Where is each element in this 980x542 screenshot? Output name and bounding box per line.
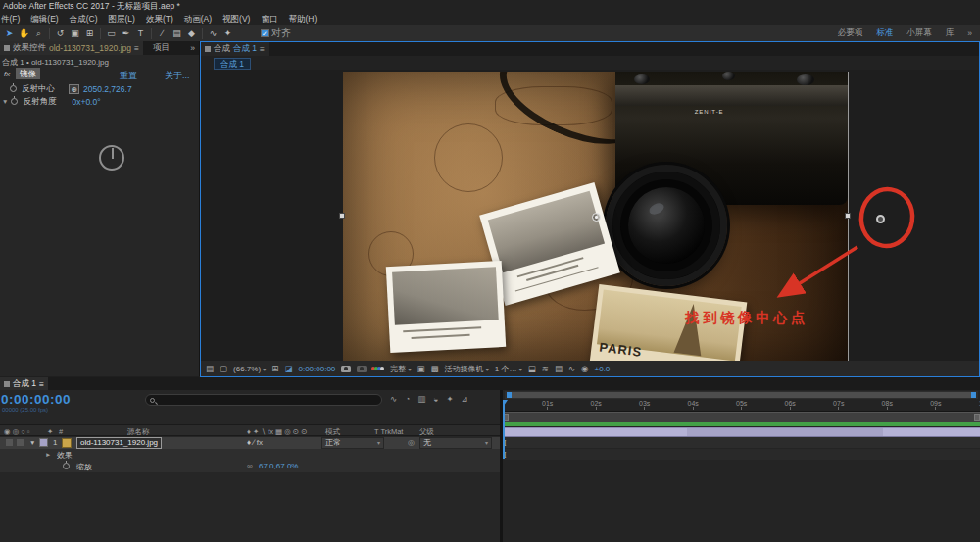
channels-icon[interactable] (372, 367, 384, 371)
active-camera-select[interactable]: 活动摄像机 ▾ (445, 364, 489, 374)
workspace-standard[interactable]: 标准 (876, 27, 893, 39)
mini-flowchart-button[interactable]: 合成 1 (214, 58, 251, 70)
menu-window[interactable]: 窗口 (261, 14, 277, 25)
workspace-essentials[interactable]: 必要项 (838, 27, 863, 39)
motion-blur-icon[interactable]: ◒ (433, 394, 438, 404)
scrollbar-thumb[interactable] (507, 392, 976, 398)
workspace-overflow-icon[interactable]: » (967, 28, 972, 38)
trkmat-column-header[interactable]: T TrkMat (374, 427, 403, 436)
clone-stamp-tool-icon[interactable]: ▤ (170, 26, 184, 40)
menu-composition[interactable]: 合成(C) (70, 14, 98, 25)
main-monitor-icon[interactable]: ▢ (220, 364, 227, 373)
pixel-aspect-icon[interactable]: ⬓ (528, 364, 536, 373)
audio-toggle[interactable] (17, 439, 24, 446)
resolution-select[interactable]: 完整 ▾ (390, 364, 411, 374)
brainstorm-icon[interactable]: ✦ (446, 394, 453, 404)
composition-viewer[interactable]: ZENIT-E (201, 70, 979, 361)
time-ruler[interactable]: 01s 02s 03s 04s 05s 06s 07s 08s 09s 10s (503, 400, 980, 412)
menu-view[interactable]: 视图(V) (222, 14, 250, 25)
rotate-tool-icon[interactable]: ↺ (53, 26, 68, 40)
fast-previews-icon[interactable]: ≋ (542, 364, 549, 373)
panel-menu-icon[interactable]: ≡ (39, 379, 44, 389)
shape-tool-icon[interactable]: ▭ (104, 26, 119, 40)
pan-behind-tool-icon[interactable]: ⊞ (82, 26, 97, 40)
mini-flowchart-icon[interactable]: ∿ (390, 394, 397, 404)
mask-visibility-icon[interactable]: ◪ (284, 364, 292, 373)
layer-color-swatch[interactable] (39, 438, 48, 447)
playhead-line[interactable] (503, 400, 505, 459)
layer-duration-bar[interactable] (503, 427, 980, 437)
effect-reset-button[interactable]: 重置 (120, 70, 137, 82)
work-area-end-handle[interactable] (974, 414, 980, 421)
grid-guides-icon[interactable]: ⊞ (271, 364, 278, 373)
menu-effect[interactable]: 效果(T) (146, 14, 173, 25)
reflection-angle-value[interactable]: 0x+0.0° (72, 97, 100, 107)
scale-value[interactable]: 67.0,67.0% (259, 462, 298, 470)
zoom-tool-icon[interactable]: ⌕ (31, 26, 46, 40)
camera-tool-icon[interactable]: ▣ (68, 26, 82, 40)
current-timecode[interactable]: 0:00:00:00 (1, 392, 71, 407)
timeline-button-icon[interactable]: ▤ (555, 364, 563, 373)
blend-mode-select[interactable]: 正常 ▾ (321, 437, 384, 449)
effect-controls-tab[interactable]: 效果控件 old-1130731_1920.jpg ≡ (0, 41, 143, 55)
effect-name[interactable]: 镜像 (16, 68, 40, 79)
preview-timecode[interactable]: 0:00:00:00 (298, 365, 335, 373)
menu-help[interactable]: 帮助(H) (288, 14, 317, 25)
panel-menu-icon[interactable]: ≡ (134, 43, 139, 53)
timeline-search[interactable] (145, 394, 382, 406)
pen-tool-icon[interactable]: ✒ (119, 26, 133, 40)
exposure-value[interactable]: +0.0 (595, 365, 611, 373)
shy-icon[interactable]: ◔ (405, 394, 410, 404)
collapsed-triangle-icon[interactable]: ► (45, 451, 51, 458)
snap-checkbox[interactable]: ✓ (261, 29, 269, 37)
roto-brush-tool-icon[interactable]: ∿ (206, 26, 220, 40)
parent-select[interactable]: 无 ▾ (419, 437, 492, 449)
search-input[interactable] (158, 396, 354, 405)
exposure-icon[interactable]: ◉ (581, 364, 588, 373)
tab-overflow-icon[interactable]: » (190, 43, 195, 53)
frame-blend-icon[interactable]: ▥ (417, 394, 425, 404)
layer-name[interactable]: old-1130731_1920.jpg (76, 437, 162, 449)
timeline-track-area[interactable]: 01s 02s 03s 04s 05s 06s 07s 08s 09s 10s (503, 390, 980, 542)
effects-group-row[interactable]: ► 效果 (0, 449, 500, 461)
workspace-small-screen[interactable]: 小屏幕 (906, 27, 932, 39)
work-area-bar[interactable] (503, 412, 980, 422)
layer-row[interactable]: ▼ 1 old-1130731_1920.jpg ♦ ∕ fx 正常 ▾ ◎ 无… (0, 437, 500, 449)
type-tool-icon[interactable]: T (133, 26, 148, 40)
parent-pickwhip-icon[interactable]: ◎ (408, 438, 415, 447)
view-layout-select[interactable]: 1 个… ▾ (495, 364, 522, 374)
timeline-tab[interactable]: 合成 1 ≡ (0, 377, 48, 391)
parent-column-header[interactable]: 父级 (419, 427, 434, 437)
layer-switches-icons[interactable]: ♦ ∕ fx (247, 438, 263, 447)
menu-file[interactable]: 件(F) (1, 14, 20, 25)
panel-menu-icon[interactable]: ≡ (260, 44, 265, 54)
puppet-pin-tool-icon[interactable]: ✦ (220, 26, 235, 40)
project-tab[interactable]: 项目 (153, 42, 170, 54)
timeline-zoom-scrollbar[interactable] (505, 391, 978, 399)
mode-column-header[interactable]: 模式 (325, 427, 340, 437)
brush-tool-icon[interactable]: ∕ (155, 26, 170, 40)
reflection-center-value[interactable]: 2050.2,726.7 (83, 84, 132, 94)
workspace-libraries[interactable]: 库 (946, 27, 955, 39)
menu-edit[interactable]: 编辑(E) (30, 14, 58, 25)
always-preview-icon[interactable]: ▤ (206, 364, 214, 373)
stopwatch-icon[interactable] (10, 85, 17, 92)
crosshair-button[interactable]: ⊕ (69, 84, 79, 94)
transparency-grid-icon[interactable]: ▩ (431, 364, 439, 373)
effect-about-button[interactable]: 关于... (165, 70, 190, 82)
hand-tool-icon[interactable]: ✋ (17, 26, 31, 40)
eye-toggle[interactable] (6, 439, 13, 446)
show-snapshot-icon[interactable] (357, 366, 367, 372)
link-icon[interactable]: ∞ (247, 462, 253, 470)
stopwatch-icon[interactable] (11, 98, 18, 105)
snap-control[interactable]: ✓ 对齐 (261, 26, 291, 40)
composition-tab[interactable]: 合成 合成 1 ≡ (201, 42, 269, 56)
scale-property-row[interactable]: 缩放 ∞ 67.0,67.0% (0, 461, 500, 472)
expand-triangle-icon[interactable]: ▼ (2, 98, 8, 105)
stopwatch-icon[interactable] (63, 463, 70, 469)
menu-layer[interactable]: 图层(L) (109, 14, 135, 25)
eraser-tool-icon[interactable]: ◆ (184, 26, 199, 40)
layer-expand-icon[interactable]: ▼ (29, 439, 35, 446)
menu-animation[interactable]: 动画(A) (184, 14, 212, 25)
region-of-interest-icon[interactable]: ▣ (417, 364, 425, 373)
